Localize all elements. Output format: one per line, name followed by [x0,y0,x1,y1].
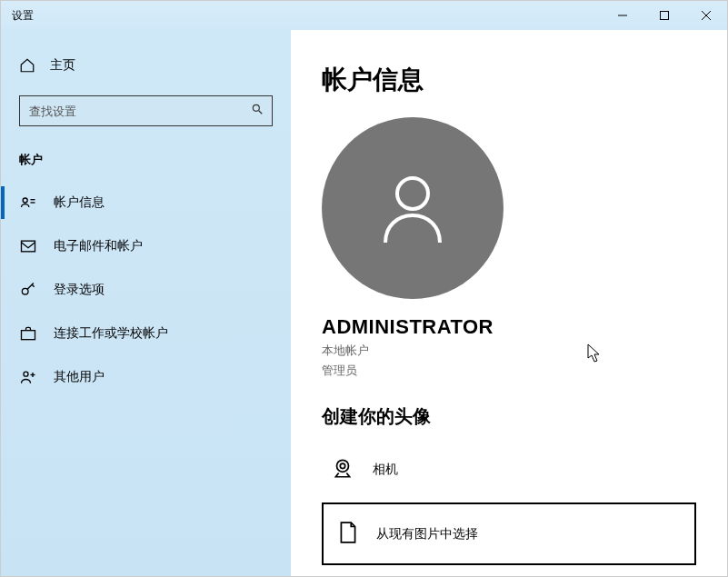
close-icon [702,11,711,20]
avatar [322,117,504,299]
search-icon [251,103,264,119]
nav-list: 帐户信息 电子邮件和帐户 登录选项 [1,181,291,399]
svg-point-15 [397,178,428,209]
nav-label: 其他用户 [54,369,105,385]
search-input[interactable] [19,95,273,126]
minimize-icon [618,11,627,20]
nav-item-account-info[interactable]: 帐户信息 [1,181,291,224]
mail-icon [19,237,37,255]
create-avatar-heading: 创建你的头像 [322,404,696,429]
svg-rect-1 [661,12,669,20]
user-badge-icon [19,194,37,212]
maximize-button[interactable] [643,1,685,30]
svg-rect-11 [22,331,35,340]
account-role: 管理员 [322,363,696,379]
close-button[interactable] [685,1,727,30]
pick-image-label: 从现有图片中选择 [376,526,478,542]
username: ADMINISTRATOR [322,315,696,339]
home-button[interactable]: 主页 [1,46,291,85]
user-icon [367,163,458,254]
nav-label: 连接工作或学校帐户 [54,325,168,342]
nav-label: 帐户信息 [54,194,105,211]
camera-option[interactable]: 相机 [322,445,696,493]
svg-point-4 [253,104,259,111]
svg-line-5 [259,111,263,114]
maximize-icon [660,11,669,20]
svg-point-16 [337,460,349,472]
svg-point-10 [22,288,28,294]
account-type: 本地帐户 [322,343,696,359]
titlebar: 设置 [1,1,727,30]
nav-item-email[interactable]: 电子邮件和帐户 [1,224,291,268]
camera-label: 相机 [373,462,398,478]
add-user-icon [19,368,37,386]
svg-point-6 [23,198,27,203]
pick-image-option[interactable]: 从现有图片中选择 [322,502,696,565]
page-title: 帐户信息 [322,63,696,97]
window-controls [602,1,727,30]
nav-item-signin-options[interactable]: 登录选项 [1,268,291,312]
category-heading: 帐户 [1,144,291,181]
home-label: 主页 [50,57,75,74]
home-icon [19,57,35,74]
svg-point-17 [340,463,344,468]
window-title: 设置 [1,8,602,24]
content-area: 帐户信息 ADMINISTRATOR 本地帐户 管理员 创建你的头像 相机 [291,30,727,576]
picture-icon [338,521,358,547]
camera-icon [331,456,354,482]
nav-label: 登录选项 [54,282,105,298]
nav-item-other-users[interactable]: 其他用户 [1,355,291,399]
minimize-button[interactable] [602,1,643,30]
briefcase-icon [19,324,37,343]
key-icon [19,281,37,299]
search-container [19,95,273,126]
nav-item-work-school[interactable]: 连接工作或学校帐户 [1,312,291,355]
sidebar: 主页 帐户 帐户信息 [1,30,291,576]
svg-point-12 [24,372,28,376]
svg-rect-9 [22,241,35,252]
nav-label: 电子邮件和帐户 [54,238,143,254]
